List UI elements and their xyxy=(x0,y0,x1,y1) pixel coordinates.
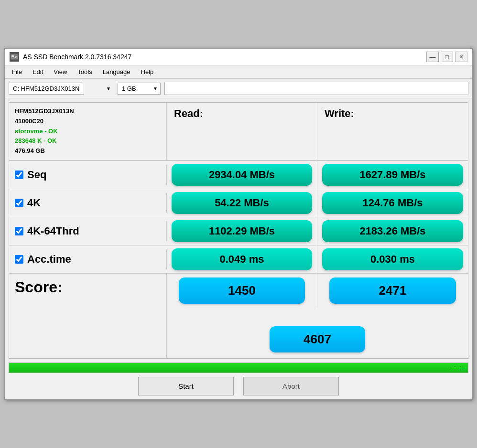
score-section: Score: 1450 2471 xyxy=(9,273,468,326)
read-header: Read: xyxy=(167,103,317,160)
seq-read-badge: 2934.04 MB/s xyxy=(172,164,312,186)
acctime-checkbox[interactable] xyxy=(15,255,23,264)
device-firmware: 41000C20 xyxy=(15,117,161,127)
app-icon xyxy=(10,52,19,62)
progress-text-box xyxy=(164,82,468,95)
menu-bar: File Edit View Tools Language Help xyxy=(5,65,472,79)
drive-select[interactable]: C: HFM512GD3JX013N xyxy=(9,83,84,95)
4k64-read-badge: 1102.29 MB/s xyxy=(172,220,312,242)
score-total-col: 4607 xyxy=(167,326,468,358)
device-column-header: HFM512GD3JX013N 41000C20 stornvme - OK 2… xyxy=(9,103,167,160)
window-title: AS SSD Benchmark 2.0.7316.34247 xyxy=(23,53,423,61)
acctime-row: Acc.time 0.049 ms 0.030 ms xyxy=(9,245,468,273)
score-read-col: 1450 xyxy=(167,274,317,308)
seq-checkbox[interactable] xyxy=(15,171,23,179)
4k64-write-badge: 2183.26 MB/s xyxy=(322,220,463,242)
menu-file[interactable]: File xyxy=(7,67,27,77)
4k64-row: 4K-64Thrd 1102.29 MB/s 2183.26 MB/s xyxy=(9,217,468,245)
svg-rect-2 xyxy=(15,56,17,57)
seq-label: Seq xyxy=(9,165,167,185)
4k64-read-cell: 1102.29 MB/s xyxy=(167,217,317,245)
title-bar: AS SSD Benchmark 2.0.7316.34247 — □ ✕ xyxy=(5,49,472,65)
close-button[interactable]: ✕ xyxy=(455,52,467,62)
score-spacer xyxy=(9,326,167,358)
4k-read-cell: 54.22 MB/s xyxy=(167,189,317,217)
acctime-write-cell: 0.030 ms xyxy=(317,245,468,273)
score-label: Score: xyxy=(9,274,167,326)
toolbar: C: HFM512GD3JX013N 1 GB2 GB4 GB xyxy=(5,79,472,98)
maximize-button[interactable]: □ xyxy=(441,52,453,62)
menu-edit[interactable]: Edit xyxy=(28,67,48,77)
drive-select-wrapper: C: HFM512GD3JX013N xyxy=(9,83,114,95)
seq-write-cell: 1627.89 MB/s xyxy=(317,161,468,189)
4k64-checkbox[interactable] xyxy=(15,227,23,235)
svg-rect-3 xyxy=(15,57,16,58)
write-header: Write: xyxy=(317,103,468,160)
menu-help[interactable]: Help xyxy=(136,67,159,77)
menu-tools[interactable]: Tools xyxy=(73,67,97,77)
window-controls: — □ ✕ xyxy=(426,52,467,62)
4k-write-cell: 124.76 MB/s xyxy=(317,189,468,217)
size-select-wrapper: 1 GB2 GB4 GB xyxy=(118,83,161,95)
abort-button[interactable]: Abort xyxy=(243,377,339,395)
svg-rect-1 xyxy=(11,55,14,57)
seq-write-badge: 1627.89 MB/s xyxy=(322,164,463,186)
buttons-row: Start Abort xyxy=(9,377,468,395)
4k-label: 4K xyxy=(9,193,167,213)
minimize-button[interactable]: — xyxy=(426,52,439,62)
svg-rect-0 xyxy=(11,54,18,60)
score-total-section: 4607 xyxy=(9,326,468,358)
menu-view[interactable]: View xyxy=(49,67,72,77)
device-model: HFM512GD3JX013N xyxy=(15,107,161,117)
4k-read-badge: 54.22 MB/s xyxy=(172,192,312,214)
4k-write-badge: 124.76 MB/s xyxy=(322,192,463,214)
device-info: HFM512GD3JX013N 41000C20 stornvme - OK 2… xyxy=(15,107,161,156)
4k64-write-cell: 2183.26 MB/s xyxy=(317,217,468,245)
4k-checkbox[interactable] xyxy=(15,199,23,207)
score-write-col: 2471 xyxy=(317,274,468,308)
time-display: --:--:-- xyxy=(450,364,465,371)
score-write-badge: 2471 xyxy=(329,277,456,304)
4k-row: 4K 54.22 MB/s 124.76 MB/s xyxy=(9,189,468,217)
results-header: HFM512GD3JX013N 41000C20 stornvme - OK 2… xyxy=(9,103,468,160)
progress-bar xyxy=(9,363,468,373)
start-button[interactable]: Start xyxy=(138,377,234,395)
size-select[interactable]: 1 GB2 GB4 GB xyxy=(118,83,161,95)
seq-row: Seq 2934.04 MB/s 1627.89 MB/s xyxy=(9,160,468,189)
device-capacity: 476.94 GB xyxy=(15,146,161,156)
acctime-read-badge: 0.049 ms xyxy=(172,248,312,270)
acctime-label: Acc.time xyxy=(9,249,167,269)
score-read-badge: 1450 xyxy=(179,277,305,304)
progress-bar-container: --:--:-- xyxy=(9,363,468,373)
acctime-read-cell: 0.049 ms xyxy=(167,245,317,273)
seq-read-cell: 2934.04 MB/s xyxy=(167,161,317,189)
score-total-badge: 4607 xyxy=(270,326,365,352)
acctime-write-badge: 0.030 ms xyxy=(322,248,463,270)
bottom-area: --:--:-- Start Abort xyxy=(9,363,468,395)
main-window: AS SSD Benchmark 2.0.7316.34247 — □ ✕ Fi… xyxy=(4,48,473,400)
4k64-label: 4K-64Thrd xyxy=(9,221,167,241)
menu-language[interactable]: Language xyxy=(98,67,135,77)
device-size-ok: 283648 K - OK xyxy=(15,136,161,146)
device-driver: stornvme - OK xyxy=(15,127,161,137)
results-area: HFM512GD3JX013N 41000C20 stornvme - OK 2… xyxy=(9,102,468,359)
